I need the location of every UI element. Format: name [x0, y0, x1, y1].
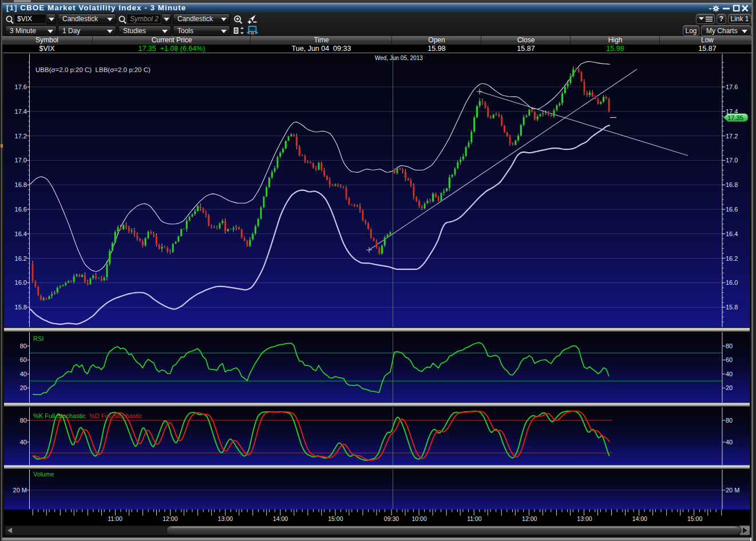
svg-text:16.0: 16.0 — [15, 279, 27, 286]
svg-text:12:00: 12:00 — [163, 515, 177, 522]
svg-text:15:00: 15:00 — [328, 515, 343, 522]
svg-text:17.4: 17.4 — [15, 108, 27, 115]
svg-text:60: 60 — [20, 356, 27, 363]
svg-text:40: 40 — [726, 439, 733, 445]
svg-text:60: 60 — [726, 356, 733, 363]
svg-text:15:00: 15:00 — [687, 515, 702, 522]
svg-text:14:00: 14:00 — [632, 515, 647, 522]
svg-text:16.8: 16.8 — [726, 181, 738, 188]
svg-text:20 M: 20 M — [726, 487, 739, 494]
svg-text:80: 80 — [726, 343, 733, 349]
svg-text:20: 20 — [726, 384, 733, 391]
svg-text:16.2: 16.2 — [15, 255, 27, 262]
svg-text:20: 20 — [20, 384, 27, 391]
svg-text:16.6: 16.6 — [726, 206, 738, 213]
svg-text:16.4: 16.4 — [726, 230, 738, 237]
svg-text:17.0: 17.0 — [15, 157, 27, 164]
svg-text:UBB(σ=2.0 p:20 C) LBB(σ=2.0 p: UBB(σ=2.0 p:20 C) LBB(σ=2.0 p:20 C) — [35, 66, 151, 73]
svg-text:15.8: 15.8 — [726, 304, 738, 311]
svg-text:80: 80 — [20, 417, 27, 424]
svg-text:16.0: 16.0 — [726, 279, 738, 286]
svg-text:12:00: 12:00 — [522, 515, 537, 522]
svg-text:17.6: 17.6 — [726, 83, 738, 90]
svg-text:40: 40 — [726, 371, 733, 377]
svg-text:11:00: 11:00 — [108, 515, 122, 522]
svg-text:17.35: 17.35 — [727, 114, 743, 121]
svg-text:17.6: 17.6 — [15, 83, 27, 90]
svg-text:%D Full Stochastic: %D Full Stochastic — [89, 412, 143, 419]
svg-text:16.6: 16.6 — [15, 206, 27, 213]
svg-text:%K Full Stochastic: %K Full Stochastic — [33, 412, 86, 419]
svg-text:10:00: 10:00 — [411, 515, 426, 522]
svg-text:11:00: 11:00 — [467, 515, 482, 522]
svg-text:80: 80 — [726, 417, 733, 424]
svg-text:Volume: Volume — [33, 471, 54, 478]
svg-text:14:00: 14:00 — [273, 515, 288, 522]
svg-text:13:00: 13:00 — [218, 515, 233, 522]
svg-text:80: 80 — [20, 343, 27, 349]
svg-text:17.2: 17.2 — [726, 133, 738, 140]
svg-text:15.8: 15.8 — [15, 304, 27, 311]
svg-text:20 M: 20 M — [13, 487, 27, 494]
svg-text:16.8: 16.8 — [15, 181, 27, 188]
svg-text:17.0: 17.0 — [726, 157, 738, 164]
svg-text:09:30: 09:30 — [384, 515, 399, 522]
svg-text:17.2: 17.2 — [15, 133, 27, 140]
svg-text:Wed, Jun 05, 2013: Wed, Jun 05, 2013 — [375, 55, 423, 61]
svg-text:13:00: 13:00 — [577, 515, 592, 522]
svg-text:40: 40 — [20, 439, 27, 445]
svg-text:RSI: RSI — [33, 335, 43, 342]
svg-text:16.4: 16.4 — [15, 230, 27, 237]
svg-text:16.2: 16.2 — [726, 255, 738, 262]
svg-text:40: 40 — [20, 371, 27, 377]
